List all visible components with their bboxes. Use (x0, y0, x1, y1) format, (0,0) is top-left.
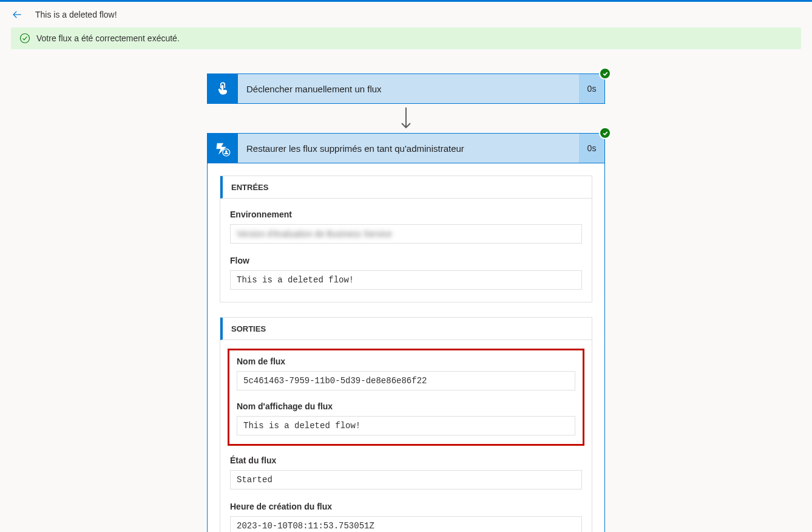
field-flow-state-label: État du flux (230, 455, 582, 465)
step-restore-duration: 0s (579, 134, 604, 163)
svg-point-4 (225, 151, 228, 153)
field-environment: Environnement Version d'évaluation de Bu… (230, 210, 582, 244)
success-message: Votre flux a été correctement exécuté. (36, 33, 180, 43)
outputs-section: SORTIES Nom de flux 5c461463-7959-11b0-5… (220, 317, 592, 532)
arrow-down-icon (399, 106, 413, 131)
field-flow-display-name: Nom d'affichage du flux This is a delete… (237, 401, 575, 435)
page-title: This is a deleted flow! (35, 10, 117, 19)
field-flow-state-value[interactable]: Started (230, 470, 582, 489)
field-flow-state: État du flux Started (230, 455, 582, 489)
step-trigger-header: Déclencher manuellement un flux 0s (207, 73, 605, 104)
header-bar: This is a deleted flow! (0, 2, 812, 27)
outputs-section-header: SORTIES (220, 318, 592, 340)
field-flow-value[interactable]: This is a deleted flow! (230, 270, 582, 290)
back-button[interactable] (7, 5, 27, 24)
step-trigger-duration: 0s (579, 74, 604, 103)
field-flow-name: Nom de flux 5c461463-7959-11b0-5d39-de8e… (237, 356, 575, 390)
inputs-section: ENTRÉES Environnement Version d'évaluati… (220, 176, 592, 302)
step-trigger-icon-box (208, 74, 238, 103)
step-restore-icon-box (208, 134, 238, 163)
step-restore-header: Restaurer les flux supprimés en tant qu'… (207, 133, 605, 163)
field-flow-display-name-label: Nom d'affichage du flux (237, 401, 575, 411)
field-flow-name-value[interactable]: 5c461463-7959-11b0-5d39-de8e86e86f22 (237, 371, 575, 390)
outputs-section-content: Nom de flux 5c461463-7959-11b0-5d39-de8e… (220, 340, 592, 532)
step-trigger-title: Déclencher manuellement un flux (238, 74, 579, 103)
field-environment-label: Environnement (230, 210, 582, 219)
status-badge-success (599, 127, 611, 139)
touch-icon (215, 81, 231, 97)
inputs-section-header: ENTRÉES (220, 176, 592, 199)
step-restore-title: Restaurer les flux supprimés en tant qu'… (238, 134, 579, 163)
check-icon (602, 130, 609, 137)
arrow-left-icon (12, 9, 22, 20)
step-restore-body: ENTRÉES Environnement Version d'évaluati… (207, 163, 605, 532)
step-trigger[interactable]: Déclencher manuellement un flux 0s (207, 73, 605, 104)
field-flow: Flow This is a deleted flow! (230, 256, 582, 290)
admin-flow-icon (214, 140, 231, 157)
field-environment-value[interactable]: Version d'évaluation de Business Service (230, 224, 582, 244)
check-circle-icon (19, 33, 30, 44)
check-icon (602, 70, 609, 77)
field-flow-created-value[interactable]: 2023-10-10T08:11:53.753051Z (230, 516, 582, 532)
field-flow-display-name-value[interactable]: This is a deleted flow! (237, 416, 575, 435)
field-flow-label: Flow (230, 256, 582, 265)
field-flow-created: Heure de création du flux 2023-10-10T08:… (230, 502, 582, 532)
success-banner: Votre flux a été correctement exécuté. (11, 27, 801, 49)
status-badge-success (599, 67, 611, 80)
content-area: Votre flux a été correctement exécuté. D… (0, 27, 812, 532)
highlight-box: Nom de flux 5c461463-7959-11b0-5d39-de8e… (228, 349, 584, 446)
svg-point-1 (21, 34, 30, 43)
field-flow-created-label: Heure de création du flux (230, 502, 582, 511)
step-restore[interactable]: Restaurer les flux supprimés en tant qu'… (207, 133, 605, 532)
flow-canvas: Déclencher manuellement un flux 0s (11, 73, 801, 532)
field-flow-name-label: Nom de flux (237, 356, 575, 366)
arrow-connector (399, 106, 413, 131)
inputs-section-content: Environnement Version d'évaluation de Bu… (220, 199, 592, 302)
